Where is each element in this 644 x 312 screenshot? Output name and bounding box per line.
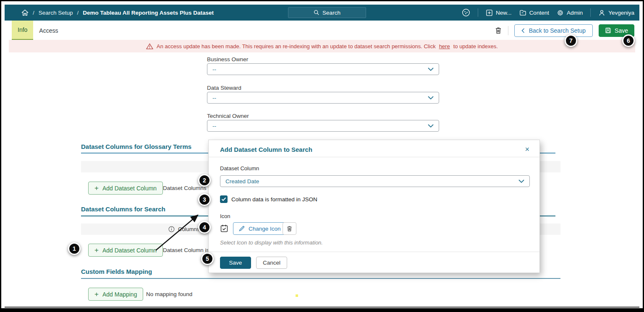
chevron-down-icon bbox=[428, 96, 434, 99]
chevron-down-icon bbox=[428, 68, 434, 71]
page-bottom-rule bbox=[5, 307, 639, 308]
back-to-search-setup-button[interactable]: Back to Search Setup bbox=[514, 24, 593, 37]
admin-menu-item[interactable]: Admin bbox=[557, 9, 583, 16]
icon-help-text: Select Icon to display with this informa… bbox=[220, 239, 323, 246]
section-rule bbox=[81, 278, 560, 279]
user-person-icon bbox=[598, 9, 605, 16]
plus-icon: + bbox=[94, 185, 99, 192]
pencil-icon bbox=[239, 226, 245, 231]
navbar-right-menu: New... Content Admin Yevgeniya bbox=[462, 8, 634, 17]
tab-info[interactable]: Info bbox=[12, 21, 33, 40]
annotation-badge-7: 7 bbox=[565, 34, 577, 47]
plus-icon: + bbox=[94, 291, 99, 298]
technical-owner-label: Technical Owner bbox=[207, 113, 249, 119]
page-toolbar: Info Access Back to Search Setup Save bbox=[5, 21, 639, 40]
top-navbar: / Search Setup / Demo Tableau All Report… bbox=[5, 5, 639, 21]
calendar-check-icon bbox=[220, 224, 228, 233]
annotation-badge-5: 5 bbox=[201, 252, 214, 265]
content-menu-item[interactable]: Content bbox=[519, 9, 549, 16]
breadcrumb-separator: / bbox=[33, 10, 34, 16]
glossary-section-title: Dataset Columns for Glossary Terms bbox=[81, 143, 191, 150]
close-icon[interactable]: × bbox=[525, 145, 529, 154]
back-button-label: Back to Search Setup bbox=[529, 27, 586, 34]
app-window: / Search Setup / Demo Tableau All Report… bbox=[0, 0, 644, 312]
modal-divider bbox=[209, 157, 539, 157]
annotation-badge-3: 3 bbox=[198, 193, 211, 206]
data-steward-select[interactable]: -- bbox=[207, 92, 439, 104]
status-circle-icon[interactable] bbox=[462, 8, 470, 17]
warning-triangle-icon bbox=[146, 43, 153, 49]
annotation-badge-4: 4 bbox=[198, 221, 211, 234]
content-menu-label: Content bbox=[529, 10, 549, 16]
save-button-label: Save bbox=[615, 27, 628, 34]
modal-save-button[interactable]: Save bbox=[220, 257, 251, 269]
trash-icon bbox=[286, 225, 293, 232]
annotation-badge-6: 6 bbox=[622, 34, 635, 47]
content-folder-icon bbox=[519, 9, 526, 16]
modal-cancel-button[interactable]: Cancel bbox=[256, 257, 287, 269]
json-format-checkbox[interactable] bbox=[220, 195, 228, 203]
chevron-down-icon bbox=[428, 124, 434, 127]
dataset-column-label: Dataset Column bbox=[220, 165, 259, 172]
modal-title: Add Dataset Column to Search bbox=[220, 146, 312, 153]
change-icon-label: Change Icon bbox=[249, 226, 281, 232]
home-icon[interactable] bbox=[21, 9, 29, 16]
technical-owner-select[interactable]: -- bbox=[207, 120, 439, 132]
data-steward-label: Data Steward bbox=[207, 85, 241, 91]
add-mapping-button[interactable]: + Add Mapping bbox=[88, 288, 143, 301]
trash-icon bbox=[495, 26, 502, 34]
custom-mapping-section-title: Custom Fields Mapping bbox=[81, 268, 152, 275]
chevron-down-icon bbox=[518, 179, 524, 183]
floppy-save-icon bbox=[605, 27, 611, 34]
breadcrumb-page-title: Demo Tableau All Reporting Assets Plus D… bbox=[83, 10, 214, 16]
business-owner-select[interactable]: -- bbox=[207, 63, 439, 75]
breadcrumb-separator: / bbox=[77, 10, 79, 16]
user-menu-label: Yevgeniya bbox=[608, 10, 634, 16]
add-dataset-column-glossary-button[interactable]: + Add Dataset Column bbox=[88, 182, 163, 195]
icon-section-label: Icon bbox=[220, 213, 230, 219]
tab-info-label: Info bbox=[18, 26, 27, 33]
update-indexes-link[interactable]: here bbox=[439, 43, 450, 49]
new-menu-item[interactable]: New... bbox=[486, 9, 512, 16]
global-search-label: Search bbox=[322, 10, 340, 16]
alert-text: An access update has been made. This req… bbox=[157, 43, 436, 49]
tab-access-label: Access bbox=[39, 27, 58, 34]
delete-dataset-button[interactable] bbox=[495, 26, 502, 34]
add-mapping-label: Add Mapping bbox=[102, 291, 137, 298]
gear-icon bbox=[557, 9, 564, 16]
data-steward-value: -- bbox=[212, 95, 216, 101]
dataset-column-value: Created Date bbox=[225, 178, 259, 185]
no-mapping-found-text: No mapping found bbox=[146, 291, 192, 297]
chevron-left-icon bbox=[521, 28, 525, 33]
global-search-box[interactable]: Search bbox=[288, 7, 366, 18]
annotation-badge-1: 1 bbox=[68, 242, 81, 255]
json-format-checkbox-label[interactable]: Column data is formatted in JSON bbox=[231, 196, 317, 203]
search-icon bbox=[314, 10, 319, 16]
navbar-divider bbox=[478, 8, 478, 17]
add-dataset-column-label: Add Dataset Column bbox=[102, 185, 157, 192]
alert-text-after: to update indexes. bbox=[453, 43, 498, 49]
annotation-badge-2: 2 bbox=[198, 174, 211, 187]
user-menu-item[interactable]: Yevgeniya bbox=[598, 9, 634, 16]
toolbar-divider bbox=[508, 26, 508, 35]
cursor-highlight-mark bbox=[296, 294, 298, 297]
tab-access[interactable]: Access bbox=[33, 21, 64, 40]
dataset-column-select[interactable]: Created Date bbox=[220, 175, 530, 187]
technical-owner-value: -- bbox=[212, 123, 216, 129]
new-plus-square-icon bbox=[486, 9, 493, 16]
plus-icon: + bbox=[94, 247, 99, 254]
check-icon bbox=[221, 197, 226, 201]
screenshot-border bbox=[1, 308, 643, 311]
modal-divider bbox=[209, 252, 539, 252]
add-dataset-column-label: Add Dataset Column bbox=[102, 247, 157, 254]
remove-icon-button[interactable] bbox=[283, 222, 296, 235]
navbar-divider bbox=[590, 8, 591, 17]
add-dataset-column-modal: Add Dataset Column to Search × Dataset C… bbox=[208, 140, 540, 273]
change-icon-button[interactable]: Change Icon bbox=[233, 222, 287, 235]
reindex-alert-banner: An access update has been made. This req… bbox=[9, 40, 635, 52]
business-owner-label: Business Owner bbox=[207, 56, 248, 62]
business-owner-value: -- bbox=[212, 66, 216, 73]
new-menu-label: New... bbox=[496, 10, 512, 16]
annotation-arrow bbox=[152, 210, 204, 254]
breadcrumb-section[interactable]: Search Setup bbox=[39, 10, 73, 16]
